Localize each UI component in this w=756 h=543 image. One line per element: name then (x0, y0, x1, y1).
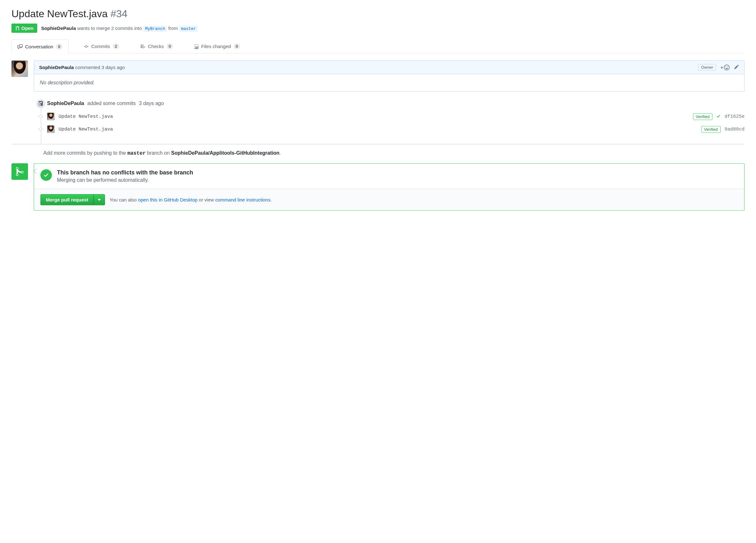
merge-note: You can also open this in GitHub Desktop… (109, 197, 272, 202)
comment-body: No description provided. (34, 74, 744, 91)
tab-files[interactable]: Files changed 0 (188, 39, 246, 53)
verified-badge[interactable]: Verified (693, 113, 712, 120)
commits-event-author[interactable]: SophieDePaula (47, 101, 84, 106)
repo-push-icon-badge (36, 99, 45, 108)
merge-status-title: This branch has no conflicts with the ba… (57, 169, 193, 176)
add-reaction-button[interactable]: + (720, 65, 730, 70)
git-merge-icon (15, 166, 24, 177)
commit-dot-icon (39, 127, 42, 130)
push-hint: Add more commits by pushing to the maste… (43, 150, 745, 156)
merge-box: This branch has no conflicts with the ba… (34, 163, 745, 211)
pr-meta-row: Open SophieDePaula wants to merge 2 comm… (11, 24, 745, 33)
file-diff-icon (194, 44, 199, 49)
tab-commits[interactable]: Commits 2 (78, 39, 125, 53)
owner-badge: Owner (698, 64, 716, 71)
pr-author-link[interactable]: SophieDePaula (41, 25, 76, 31)
comment-header-text: SophieDePaula commented 3 days ago (39, 65, 125, 70)
pr-title-text: Update NewTest.java (11, 8, 108, 19)
tab-checks[interactable]: Checks 0 (134, 39, 179, 53)
avatar[interactable] (11, 60, 28, 77)
checks-count: 0 (166, 43, 173, 49)
git-pull-request-icon (15, 26, 20, 31)
merge-badge (11, 163, 28, 180)
commit-row: Update NewTest.java Verified df1625e (47, 111, 745, 123)
head-branch[interactable]: master (179, 26, 198, 32)
pr-number: #34 (110, 8, 127, 19)
repo-push-icon (39, 101, 43, 106)
commit-message-link[interactable]: Update NewTest.java (59, 114, 113, 119)
avatar[interactable] (47, 113, 55, 120)
tab-conversation[interactable]: Conversation 0 (11, 39, 69, 53)
pr-description: SophieDePaula wants to merge 2 commits i… (41, 25, 198, 31)
state-text: Open (21, 25, 33, 31)
edit-button[interactable] (734, 64, 739, 70)
base-branch[interactable]: MyBranch (143, 26, 167, 32)
state-badge: Open (11, 24, 37, 33)
open-desktop-link[interactable]: open this in GitHub Desktop (138, 197, 198, 202)
commit-dot-icon (39, 115, 42, 118)
pencil-icon (734, 64, 739, 69)
smiley-icon (724, 65, 730, 70)
merge-button[interactable]: Merge pull request (40, 194, 94, 205)
avatar[interactable] (47, 125, 55, 133)
commit-message-link[interactable]: Update NewTest.java (59, 127, 113, 132)
triangle-down-icon (98, 199, 101, 201)
git-commit-icon (84, 44, 89, 49)
comment-box: SophieDePaula commented 3 days ago Owner… (34, 60, 745, 92)
commit-row: Update NewTest.java Verified 9ad80cd (47, 123, 745, 136)
checklist-icon (140, 44, 145, 49)
tabnav: Conversation 0 Commits 2 Checks 0 Files … (11, 39, 745, 53)
commits-count: 2 (113, 43, 119, 49)
check-icon (43, 172, 49, 178)
verified-badge[interactable]: Verified (701, 126, 721, 133)
commit-sha-link[interactable]: df1625e (725, 114, 745, 119)
comment-discussion-icon (17, 44, 23, 49)
commits-event-header: SophieDePaula added some commits 3 days … (47, 99, 745, 111)
check-icon[interactable] (716, 114, 721, 119)
commit-sha-link[interactable]: 9ad80cd (725, 127, 745, 132)
comment-time[interactable]: 3 days ago (101, 65, 125, 70)
merge-options-caret[interactable] (94, 194, 105, 205)
commits-event-time[interactable]: 3 days ago (139, 101, 164, 106)
conversation-count: 0 (56, 44, 62, 50)
cli-instructions-link[interactable]: command line instructions (215, 197, 270, 202)
pr-title: Update NewTest.java #34 (11, 8, 745, 20)
files-count: 0 (234, 43, 240, 49)
merge-status-desc: Merging can be performed automatically. (57, 177, 193, 183)
status-check-circle (40, 169, 52, 181)
comment-author-link[interactable]: SophieDePaula (39, 65, 74, 70)
divider (11, 144, 745, 144)
